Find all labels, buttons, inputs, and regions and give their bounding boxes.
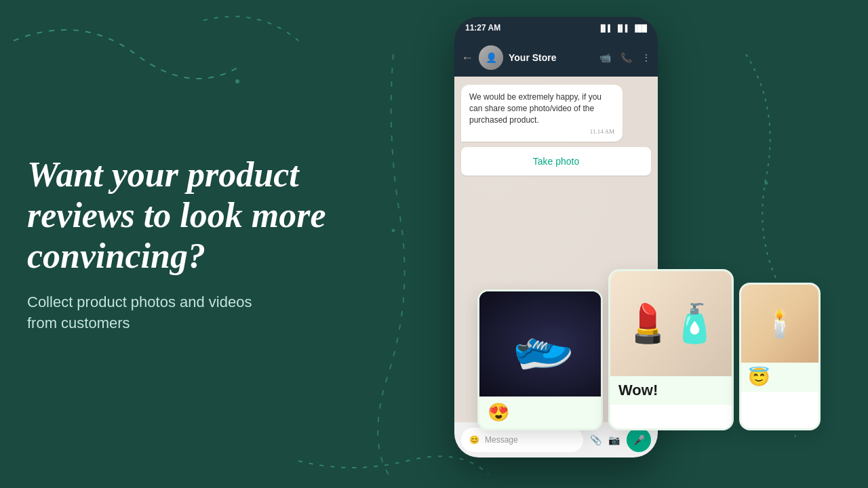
heart-eyes-emoji: 😍 [488,402,509,423]
battery-icon: ▐██ [633,24,647,32]
message-placeholder: Message [485,435,518,445]
message-input-field[interactable]: 😊 Message [461,428,583,452]
review-card-shoe: 👟 😍 [477,289,603,430]
perfume-emoji: 💄🧴 [625,302,718,346]
review-cards-container: 👟 😍 💄🧴 Wow! 🕯️ 😇 [477,289,821,430]
perfume-image: 💄🧴 [610,271,732,376]
store-avatar: 👤 [479,45,503,70]
angel-emoji: 😇 [748,367,770,388]
wifi-icon: ▐▌▌ [615,24,629,32]
phone-and-cards-wrapper: 11:27 AM ▐▌▌ ▐▌▌ ▐██ ← 👤 Your Store 📹 📞 … [454,17,807,478]
review-card-candle: 🕯️ 😇 [739,283,821,430]
header-action-icons: 📹 📞 ⋮ [599,52,651,64]
emoji-icon[interactable]: 😊 [469,435,479,445]
whatsapp-header: ← 👤 Your Store 📹 📞 ⋮ [454,39,658,77]
svg-point-0 [235,79,239,83]
mic-button[interactable]: 🎤 [627,428,651,452]
message-time: 11.14 AM [469,128,614,135]
back-icon[interactable]: ← [461,51,473,65]
voice-call-icon[interactable]: 📞 [620,52,632,64]
subtext: Collect product photos and videosfrom cu… [27,292,380,334]
message-bubble: We would be extremely happy, if you can … [461,85,623,142]
candle-emoji: 🕯️ [763,308,797,340]
take-photo-bar[interactable]: Take photo [461,147,651,176]
take-photo-label[interactable]: Take photo [533,156,580,167]
status-icons: ▐▌▌ ▐▌▌ ▐██ [598,24,647,32]
mic-icon: 🎤 [633,434,645,446]
avatar-inner: 👤 [479,45,503,70]
status-bar: 11:27 AM ▐▌▌ ▐▌▌ ▐██ [454,17,658,39]
wow-text: Wow! [618,382,658,399]
store-name: Your Store [509,52,594,63]
svg-point-1 [392,229,395,232]
message-text: We would be extremely happy, if you can … [469,92,614,125]
review-card-perfume: 💄🧴 Wow! [608,269,734,430]
status-time: 11:27 AM [465,23,500,33]
signal-icon: ▐▌▌ [598,24,612,32]
more-options-icon[interactable]: ⋮ [642,52,651,64]
left-section: Want your product reviews to look more c… [27,155,380,334]
shoe-image: 👟 [479,291,601,396]
camera-icon[interactable]: 📷 [608,434,620,446]
card-footer-perfume: Wow! [610,376,732,405]
attach-icon[interactable]: 📎 [590,434,601,446]
video-call-icon[interactable]: 📹 [599,52,611,64]
card-footer-candle: 😇 [741,363,818,392]
card-footer-shoe: 😍 [479,396,601,428]
candle-image: 🕯️ [741,285,818,363]
headline: Want your product reviews to look more c… [27,155,380,276]
